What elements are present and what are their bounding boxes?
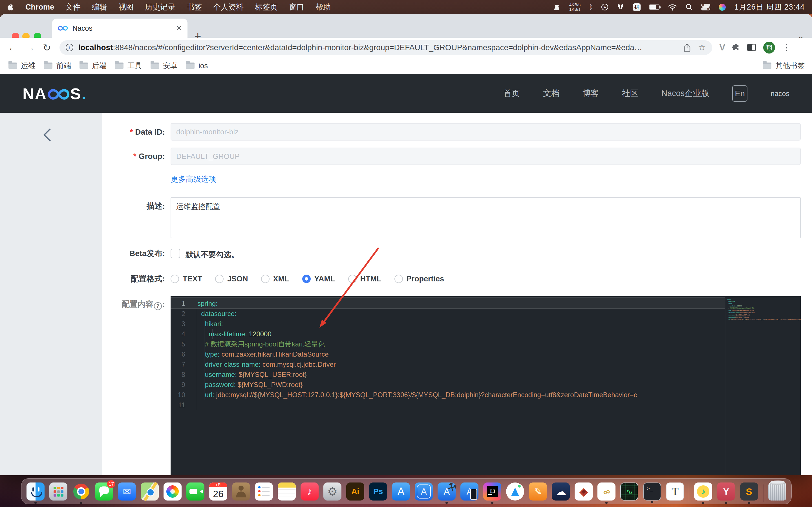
now-playing-icon[interactable]: ▶ <box>601 4 608 10</box>
side-panel-icon[interactable] <box>747 44 756 51</box>
dock-pages[interactable]: ✎ <box>529 483 547 501</box>
dock-chrome[interactable] <box>72 483 90 501</box>
beta-hint: 默认不要勾选。 <box>186 249 239 260</box>
dock-contacts[interactable] <box>232 483 250 501</box>
format-radio-properties[interactable]: Properties <box>395 275 444 283</box>
bookmark-folder-2[interactable]: 后端 <box>80 61 107 71</box>
advanced-options-link[interactable]: 更多高级选项 <box>170 174 216 184</box>
active-app-name[interactable]: Chrome <box>26 3 54 11</box>
menu-item-8[interactable]: 帮助 <box>315 2 331 12</box>
spotlight-search-icon[interactable] <box>686 3 693 11</box>
menu-item-1[interactable]: 编辑 <box>92 2 107 12</box>
dock-reminders[interactable] <box>255 483 273 501</box>
editor-minimap[interactable]: spring: datasource: hikari: max-lifetime… <box>725 296 801 475</box>
siri-icon[interactable] <box>719 4 726 11</box>
dock-app-store[interactable]: A <box>392 483 410 501</box>
bookmark-folder-5[interactable]: ios <box>186 61 208 70</box>
extension-v-icon[interactable]: V <box>719 43 725 53</box>
dock-mail[interactable]: ✉ <box>118 483 136 501</box>
bookmark-folder-1[interactable]: 前端 <box>44 61 71 71</box>
site-info-icon[interactable]: i <box>66 44 73 51</box>
dock-activity-monitor[interactable]: ∿ <box>620 483 638 501</box>
format-radio-text[interactable]: TEXT <box>170 275 202 283</box>
logged-in-user[interactable]: nacos <box>770 90 790 98</box>
bookmark-label: 工具 <box>128 61 142 71</box>
dock-photos[interactable] <box>163 483 182 501</box>
airpods-icon[interactable] <box>617 4 624 10</box>
dock-messages[interactable]: 17 <box>95 483 113 501</box>
runcat-icon[interactable] <box>553 3 561 11</box>
dock-trash[interactable] <box>768 483 786 501</box>
address-bar[interactable]: i localhost:8848/nacos/#/configeditor?se… <box>59 40 712 55</box>
bookmark-folder-4[interactable]: 安卓 <box>151 61 177 71</box>
dock-simulator[interactable]: A <box>460 483 478 501</box>
dock-redis-manager[interactable]: ◆ <box>574 483 593 501</box>
dock-calendar[interactable]: 1月26 <box>209 483 227 501</box>
control-center-icon[interactable] <box>701 4 710 10</box>
menu-item-4[interactable]: 书签 <box>187 2 202 12</box>
dock-sourcetree[interactable]: Y <box>717 483 735 501</box>
menu-item-7[interactable]: 窗口 <box>289 2 304 12</box>
language-toggle[interactable]: En <box>732 86 748 102</box>
menu-item-2[interactable]: 视图 <box>118 2 134 12</box>
dock-adobe-illustrator[interactable]: Ai <box>346 483 364 501</box>
network-speed-indicator[interactable]: 4KB/s 1KB/s <box>569 3 580 11</box>
config-content-editor[interactable]: 1spring:2 datasource:3 hikari:4 max-life… <box>170 296 801 475</box>
help-icon[interactable]: ? <box>154 302 162 310</box>
dock-xcode[interactable]: A⚒ <box>438 483 456 501</box>
menu-item-6[interactable]: 标签页 <box>255 2 278 12</box>
dock-launchpad[interactable] <box>49 483 67 501</box>
extensions-puzzle-icon[interactable] <box>732 44 740 52</box>
apple-menu-icon[interactable] <box>7 3 14 11</box>
url-text[interactable]: localhost:8848/nacos/#/configeditor?serv… <box>79 43 680 52</box>
format-radio-json[interactable]: JSON <box>215 275 248 283</box>
dock-intellij-idea[interactable]: IJ <box>483 483 501 501</box>
bluetooth-icon[interactable]: ᛒ <box>589 3 593 11</box>
nacos-nav-item-4[interactable]: Nacos企业版 <box>661 88 709 99</box>
forward-button[interactable]: → <box>26 42 35 53</box>
nacos-nav-item-1[interactable]: 文档 <box>543 88 559 99</box>
dock-terminal[interactable]: >_ <box>643 483 661 501</box>
beta-checkbox[interactable] <box>170 249 180 258</box>
nacos-nav-item-0[interactable]: 首页 <box>504 88 520 99</box>
input-method-icon[interactable]: 拼 <box>633 3 641 11</box>
chrome-menu-icon[interactable]: ⋮ <box>782 43 791 52</box>
dock-typora[interactable]: T <box>666 483 684 501</box>
other-bookmarks[interactable]: 其他书签 <box>763 61 805 71</box>
back-button[interactable]: ← <box>8 42 17 53</box>
group-input[interactable]: DEFAULT_GROUP <box>170 148 801 165</box>
nacos-nav-item-3[interactable]: 社区 <box>622 88 638 99</box>
data-id-input[interactable]: dolphin-monitor-biz <box>170 123 801 140</box>
dock-system-preferences[interactable]: ⚙ <box>323 483 342 501</box>
share-icon[interactable] <box>683 43 691 52</box>
dock-testflight[interactable]: A <box>415 483 433 501</box>
dock-apple-music[interactable]: ♪ <box>301 483 319 501</box>
profile-avatar[interactable]: 翔 <box>763 42 775 54</box>
menu-bar-clock[interactable]: 1月26日 周四 23:44 <box>734 2 805 12</box>
dock-qq-music[interactable]: ♪ <box>694 483 712 501</box>
menu-item-5[interactable]: 个人资料 <box>213 2 244 12</box>
bookmark-star-icon[interactable]: ☆ <box>698 42 706 53</box>
dock-sublime-text[interactable]: S <box>740 483 758 501</box>
dock-navicat[interactable]: ∞ <box>598 483 615 501</box>
dock-facetime[interactable] <box>186 483 204 501</box>
bookmark-folder-0[interactable]: 运维 <box>8 61 36 71</box>
nacos-nav-item-2[interactable]: 博客 <box>582 88 599 99</box>
menu-item-3[interactable]: 历史记录 <box>145 2 175 12</box>
dock-cloud-terminal[interactable]: ☁ <box>552 483 570 501</box>
tab-close-icon[interactable]: ✕ <box>176 24 182 32</box>
reload-button[interactable]: ↻ <box>43 42 51 53</box>
dock-android-studio[interactable] <box>506 483 524 501</box>
dock-notes[interactable] <box>278 483 296 501</box>
description-textarea[interactable]: 运维监控配置 <box>170 197 801 238</box>
nacos-logo[interactable]: NA S . <box>22 84 87 103</box>
dock-maps[interactable] <box>141 483 159 501</box>
dock-adobe-photoshop[interactable]: Ps <box>369 483 387 501</box>
bookmark-folder-3[interactable]: 工具 <box>115 61 142 71</box>
menu-item-0[interactable]: 文件 <box>65 2 81 12</box>
wifi-icon[interactable] <box>668 4 677 11</box>
dock-finder[interactable] <box>27 483 45 501</box>
tab-nacos[interactable]: Nacos ✕ <box>52 18 188 38</box>
battery-icon[interactable] <box>649 4 659 10</box>
format-radio-xml[interactable]: XML <box>261 275 289 283</box>
